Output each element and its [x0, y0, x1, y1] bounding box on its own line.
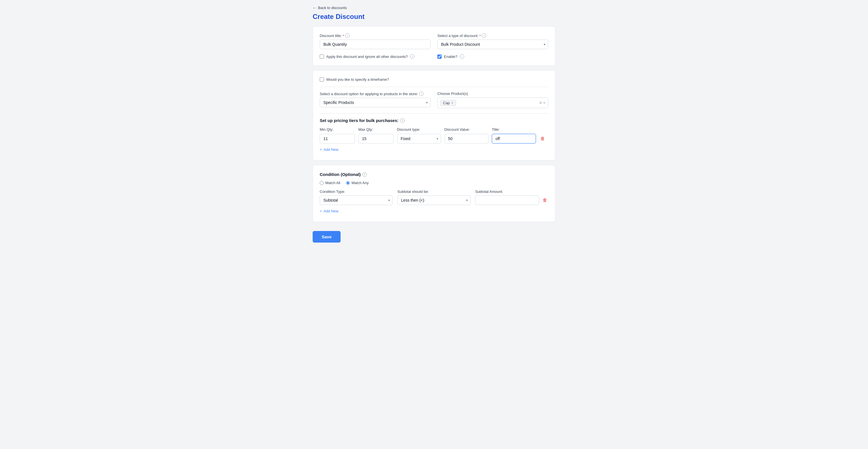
- ignore-discount-checkbox-label[interactable]: Apply this discount and ignore all other…: [320, 54, 431, 59]
- subtotal-amount-input[interactable]: [475, 196, 539, 205]
- discount-title-info-icon[interactable]: i: [345, 33, 350, 38]
- subtotal-should-be-select[interactable]: Less then (<) Greater then (>) Equal to …: [397, 196, 470, 205]
- tier-discount-value-input[interactable]: [444, 134, 489, 144]
- title-col-header: Title:: [492, 127, 536, 131]
- page-title: Create Discount: [313, 13, 555, 21]
- condition-row: Condition Type: Subtotal Product Count I…: [320, 189, 548, 205]
- discount-title-input[interactable]: [320, 39, 431, 49]
- tier-title-input[interactable]: [492, 134, 536, 144]
- discount-type-label: Select a type of discount: • i: [437, 33, 548, 38]
- discount-type-group: Select a type of discount: • i Bulk Prod…: [437, 33, 548, 49]
- tier-header-row: Min Qty: Max Qty: Discount type: Discoun…: [320, 127, 548, 131]
- discount-type-info-icon[interactable]: i: [482, 33, 486, 38]
- product-option-info-icon[interactable]: i: [419, 91, 424, 96]
- match-any-label: Match Any: [351, 181, 369, 185]
- discount-type-col-header: Discount type:: [397, 127, 441, 131]
- timeframe-label: Would you like to specify a timeframe?: [326, 78, 389, 82]
- subtotal-should-be-label: Subtotal should be:: [397, 189, 470, 194]
- match-all-radio-label[interactable]: Match All: [320, 181, 340, 185]
- discount-title-required: •: [343, 34, 344, 37]
- enable-checkbox-label[interactable]: Enable? i: [437, 54, 548, 59]
- max-qty-col-header: Max Qty:: [359, 127, 394, 131]
- timeframe-checkbox[interactable]: [320, 78, 324, 82]
- match-type-radio-group: Match All Match Any: [320, 181, 548, 185]
- add-tier-icon: +: [320, 147, 322, 152]
- discount-value-col-header: Discount Value:: [444, 127, 489, 131]
- tier-action-cell: 🗑: [539, 135, 548, 142]
- subtotal-should-be-group: Subtotal should be: Less then (<) Greate…: [397, 189, 470, 205]
- tags-dropdown-icon[interactable]: ▾: [544, 101, 545, 105]
- ignore-discount-info-icon[interactable]: i: [410, 54, 414, 59]
- condition-card: Condition (Optional) i Match All Match A…: [313, 165, 555, 222]
- ignore-discount-checkbox[interactable]: [320, 55, 324, 59]
- tier-max-qty-input[interactable]: [359, 134, 394, 144]
- match-all-label: Match All: [326, 181, 340, 185]
- tier-discount-type-cell: Fixed Percentage ▾: [397, 134, 441, 144]
- choose-products-label: Choose Product(s): [437, 91, 548, 96]
- condition-type-label: Condition Type:: [320, 189, 393, 194]
- tier-max-qty-cell: [359, 134, 394, 144]
- tags-clear-icon[interactable]: ✕: [539, 100, 542, 105]
- tier-row: Fixed Percentage ▾ 🗑: [320, 134, 548, 144]
- tier-min-qty-cell: [320, 134, 355, 144]
- subtotal-should-be-select-wrapper: Less then (<) Greater then (>) Equal to …: [397, 196, 470, 205]
- match-any-radio-label[interactable]: Match Any: [346, 181, 369, 185]
- tier-discount-type-wrapper: Fixed Percentage ▾: [397, 134, 441, 144]
- tier-title-cell: [492, 134, 536, 144]
- tag-cap-label: Cap: [443, 101, 450, 105]
- product-option-group: Select a discount option for applying to…: [320, 91, 431, 108]
- enable-checkbox[interactable]: [437, 55, 442, 59]
- condition-type-select[interactable]: Subtotal Product Count Item Quantity: [320, 196, 393, 205]
- condition-delete-button[interactable]: 🗑: [541, 197, 548, 204]
- pricing-tiers-info-icon[interactable]: i: [400, 118, 405, 123]
- choose-products-tags-input[interactable]: Cap ✕ ✕ ▾: [437, 97, 548, 108]
- tier-discount-value-cell: [444, 134, 489, 144]
- tag-cap: Cap ✕: [440, 100, 456, 106]
- back-link-label: Back to discounts: [318, 6, 347, 10]
- condition-type-group: Condition Type: Subtotal Product Count I…: [320, 189, 393, 205]
- discount-basics-card: Discount title: • i Select a type of dis…: [313, 26, 555, 66]
- subtotal-amount-group: Subtotal Amount: 🗑: [475, 189, 548, 205]
- tier-discount-type-select[interactable]: Fixed Percentage: [397, 134, 441, 144]
- add-condition-label: Add New: [324, 209, 339, 213]
- add-condition-button[interactable]: + Add New: [320, 207, 338, 215]
- ignore-discount-label: Apply this discount and ignore all other…: [326, 55, 408, 59]
- add-tier-label: Add New: [324, 147, 339, 152]
- discount-type-required: •: [479, 34, 480, 37]
- discount-type-select-wrapper: Bulk Product Discount Percentage Discoun…: [437, 39, 548, 49]
- enable-label: Enable?: [444, 55, 458, 59]
- discount-title-label: Discount title: • i: [320, 33, 431, 38]
- condition-info-icon[interactable]: i: [362, 172, 367, 177]
- min-qty-col-header: Min Qty:: [320, 127, 355, 131]
- ignore-discount-group: Apply this discount and ignore all other…: [320, 54, 431, 59]
- choose-products-group: Choose Product(s) Cap ✕ ✕ ▾: [437, 91, 548, 108]
- tier-delete-button[interactable]: 🗑: [539, 135, 546, 142]
- match-all-radio[interactable]: [320, 181, 324, 185]
- subtotal-amount-label: Subtotal Amount:: [475, 189, 548, 194]
- condition-type-select-wrapper: Subtotal Product Count Item Quantity ▾: [320, 196, 393, 205]
- discount-type-select[interactable]: Bulk Product Discount Percentage Discoun…: [437, 39, 548, 49]
- product-option-select-wrapper: Specific Products All Products Collectio…: [320, 98, 431, 107]
- condition-section-title: Condition (Optional) i: [320, 172, 548, 177]
- save-button[interactable]: Save: [313, 231, 341, 243]
- enable-info-icon[interactable]: i: [460, 54, 464, 59]
- discount-title-group: Discount title: • i: [320, 33, 431, 49]
- product-option-select[interactable]: Specific Products All Products Collectio…: [320, 98, 431, 107]
- product-option-label: Select a discount option for applying to…: [320, 91, 431, 96]
- back-arrow-icon: ←: [313, 6, 316, 10]
- tag-cap-remove[interactable]: ✕: [451, 101, 454, 104]
- pricing-tiers-title: Set up pricing tiers for bulk purchases:…: [320, 118, 548, 123]
- add-tier-button[interactable]: + Add New: [320, 146, 338, 153]
- add-condition-icon: +: [320, 209, 322, 213]
- condition-delete-icon: 🗑: [542, 198, 547, 203]
- match-any-radio[interactable]: [346, 181, 350, 185]
- pricing-config-card: Would you like to specify a timeframe? S…: [313, 70, 555, 160]
- tags-actions: ✕ ▾: [539, 100, 545, 105]
- tier-delete-icon: 🗑: [540, 136, 545, 141]
- back-to-discounts-link[interactable]: ← Back to discounts: [313, 6, 555, 10]
- tier-min-qty-input[interactable]: [320, 134, 355, 144]
- timeframe-checkbox-label[interactable]: Would you like to specify a timeframe?: [320, 78, 548, 82]
- enable-group: Enable? i: [437, 54, 548, 59]
